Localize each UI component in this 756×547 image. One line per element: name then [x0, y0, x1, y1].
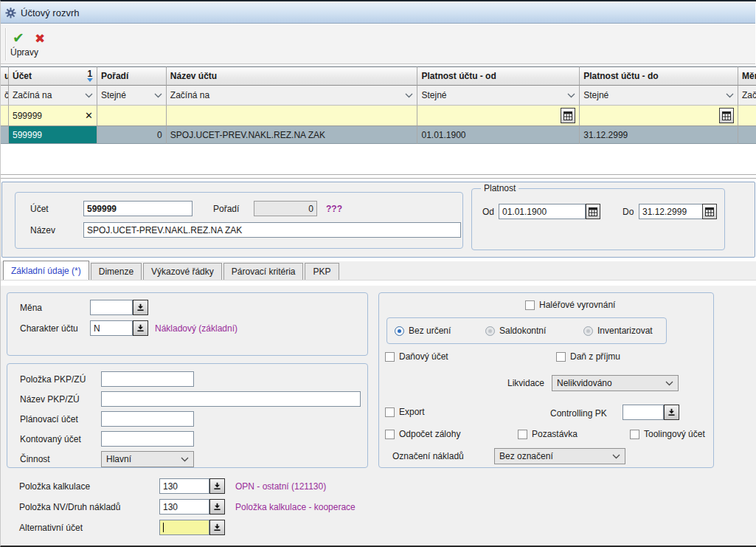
halerove-checkbox[interactable]	[525, 300, 535, 310]
row-platnost-do-cell[interactable]: 31.12.2999	[580, 126, 738, 144]
platnost-do-input[interactable]: 31.12.2999	[639, 204, 710, 219]
poradi-label: Pořadí	[213, 204, 239, 214]
controlling-picker-button[interactable]	[664, 405, 679, 420]
horizontal-splitter[interactable]	[1, 178, 756, 179]
row-nazev-cell[interactable]: SPOJ.UCET-PREV.NAKL.REZ.NA ZAK	[167, 126, 418, 144]
table-row[interactable]: 599999 0 SPOJ.UCET-PREV.NAKL.REZ.NA ZAK …	[1, 126, 756, 144]
filter-mena[interactable]: Začíná na	[738, 86, 756, 106]
horizontal-splitter[interactable]	[1, 174, 756, 175]
grid-header-mena[interactable]: Měna	[738, 66, 756, 86]
search-ucet-input[interactable]: 599999 ✕	[9, 106, 97, 126]
row-ucet-cell[interactable]: 599999	[9, 126, 97, 144]
export-checkbox[interactable]	[385, 407, 395, 417]
grid-header-nazev[interactable]: Název účtu	[167, 66, 418, 86]
alternativni-picker-button[interactable]	[209, 520, 225, 535]
row-platnost-od-cell[interactable]: 01.01.1900	[417, 126, 580, 144]
chevron-down-icon	[181, 457, 189, 462]
polozka-nv-picker-button[interactable]	[209, 499, 225, 515]
mena-label: Měna	[20, 303, 42, 313]
clear-filter-icon[interactable]: ✕	[85, 110, 93, 121]
search-sliver[interactable]	[1, 106, 9, 126]
controlling-label: Controlling PK	[550, 408, 607, 419]
oznaceni-select[interactable]: Bez označení	[494, 448, 625, 464]
odpocet-checkbox-row[interactable]: Odpočet zálohy	[385, 429, 460, 439]
row-sliver-cell[interactable]	[1, 126, 9, 144]
radio-inventarizovat[interactable]: Inventarizovat	[583, 326, 653, 336]
toolingovy-checkbox[interactable]	[630, 430, 639, 439]
planovaci-label: Plánovací účet	[20, 414, 78, 424]
grid-header-platnost-do[interactable]: Platnost účtu - do	[580, 66, 738, 86]
export-checkbox-row[interactable]: Export	[385, 407, 425, 417]
charakter-input[interactable]: N	[90, 320, 133, 336]
controlling-input[interactable]	[623, 405, 664, 420]
toolingovy-checkbox-row[interactable]: Toolingový účet	[630, 429, 705, 439]
cinnost-select[interactable]: Hlavní	[101, 451, 194, 467]
pozastavka-checkbox-row[interactable]: Pozastávka	[518, 429, 578, 439]
filter-platnost-od[interactable]: Stejné	[417, 86, 580, 106]
odpocet-checkbox[interactable]	[385, 430, 395, 439]
tab-vykazove-radky[interactable]: Výkazové řádky	[143, 263, 222, 280]
charakter-picker-button[interactable]	[133, 320, 148, 336]
polozka-pkp-input[interactable]	[101, 371, 194, 387]
mena-picker-button[interactable]	[133, 300, 148, 315]
polozka-pkp-label: Položka PKP/ZÚ	[20, 374, 86, 385]
calendar-icon	[589, 207, 597, 216]
search-mena-input[interactable]	[738, 106, 756, 126]
nazev-input[interactable]: SPOJ.UCET-PREV.NAKL.REZ.NA ZAK	[83, 222, 461, 238]
filter-nazev[interactable]: Začíná na	[167, 86, 418, 106]
search-platnost-do-input[interactable]	[580, 106, 738, 126]
calendar-picker-button[interactable]	[702, 204, 717, 219]
calendar-picker-button[interactable]	[719, 108, 734, 123]
dan-z-prijmu-checkbox-row[interactable]: Daň z příjmu	[556, 351, 620, 362]
filter-ucet[interactable]: Začíná na	[9, 86, 97, 106]
tab-pkp[interactable]: PKP	[305, 263, 339, 280]
row-mena-cell[interactable]	[738, 126, 756, 144]
halerove-checkbox-row[interactable]: Haléřové vyrovnání	[525, 300, 615, 310]
filter-poradi[interactable]: Stejné	[97, 86, 167, 106]
polozka-kalkulace-picker-button[interactable]	[209, 478, 225, 494]
polozka-nv-input[interactable]: 130	[159, 499, 209, 515]
calendar-icon	[563, 111, 572, 120]
search-nazev-input[interactable]	[167, 106, 418, 126]
radio-selected-icon[interactable]	[395, 326, 404, 336]
search-poradi-input[interactable]	[97, 106, 167, 126]
filter-sliver[interactable]: č	[1, 86, 9, 106]
pozastavka-checkbox[interactable]	[518, 430, 527, 439]
lookup-arrow-icon	[213, 523, 221, 531]
tab-parovaci-kriteria[interactable]: Párovací kritéria	[223, 263, 304, 280]
radio-bez-urceni[interactable]: Bez určení	[395, 326, 451, 336]
search-platnost-od-input[interactable]	[417, 106, 580, 126]
grid-header-ucet[interactable]: Účet 1	[9, 66, 97, 86]
calendar-picker-button[interactable]	[586, 204, 600, 219]
alternativni-input[interactable]	[159, 520, 209, 535]
radio-saldokontni[interactable]: Saldokontní	[485, 326, 546, 336]
radio-disabled-icon[interactable]	[583, 326, 593, 336]
grid-header-poradi[interactable]: Pořadí	[97, 66, 167, 86]
polozka-kalkulace-input[interactable]: 130	[159, 478, 209, 494]
mena-input[interactable]	[90, 300, 133, 315]
likvidace-select[interactable]: Nelikvidováno	[552, 375, 679, 391]
danovy-checkbox[interactable]	[385, 352, 395, 362]
kontovany-input[interactable]	[101, 431, 194, 447]
tab-zakladni-udaje[interactable]: Základní údaje (*)	[3, 261, 89, 280]
row-poradi-cell[interactable]: 0	[97, 126, 167, 144]
grid-header-sliver[interactable]: u	[1, 66, 9, 86]
toolbar-separator	[5, 28, 7, 61]
tab-dimenze[interactable]: Dimenze	[91, 263, 142, 280]
danovy-checkbox-row[interactable]: Daňový účet	[385, 351, 448, 362]
filter-platnost-do[interactable]: Stejné	[580, 86, 738, 106]
kontovany-label: Kontovaný účet	[20, 434, 81, 444]
grid-header-platnost-od[interactable]: Platnost účtu - od	[417, 66, 580, 86]
calendar-picker-button[interactable]	[561, 108, 575, 123]
planovaci-input[interactable]	[101, 411, 194, 427]
ucet-input[interactable]: 599999	[83, 201, 193, 216]
ucet-label: Účet	[30, 204, 49, 214]
radio-disabled-icon[interactable]	[485, 326, 495, 336]
platnost-od-input[interactable]: 01.01.1900	[499, 204, 586, 219]
edit-toolbar	[1, 24, 755, 64]
halerove-label: Haléřové vyrovnání	[539, 300, 615, 310]
dan-z-prijmu-checkbox[interactable]	[556, 352, 566, 362]
cancel-x-icon[interactable]: ✖	[35, 31, 45, 47]
nazev-pkp-input[interactable]	[101, 391, 361, 407]
confirm-check-icon[interactable]: ✔	[13, 30, 24, 47]
